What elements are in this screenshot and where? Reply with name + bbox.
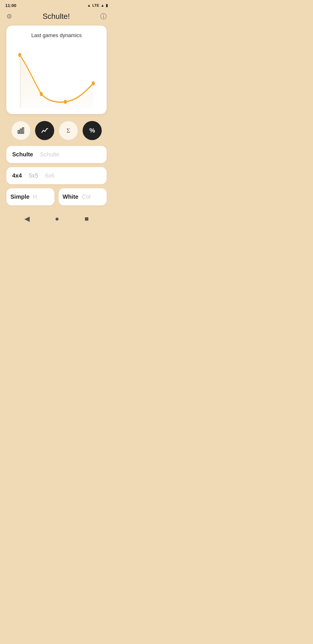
svg-point-2 xyxy=(64,100,67,104)
line-chart-tab[interactable] xyxy=(35,121,54,140)
bar-chart-tab[interactable] xyxy=(11,121,30,140)
recent-button[interactable]: ■ xyxy=(85,215,89,223)
svg-point-1 xyxy=(40,92,43,96)
svg-point-3 xyxy=(92,81,95,86)
battery-icon: ▮ xyxy=(106,3,108,8)
signal-icon: ▲ xyxy=(101,3,104,8)
home-button[interactable]: ● xyxy=(55,215,59,223)
svg-rect-4 xyxy=(20,55,21,108)
size-6x6[interactable]: 6x6 xyxy=(45,172,54,179)
info-icon[interactable]: ⓘ xyxy=(100,12,107,21)
tab-row: Σ % xyxy=(6,121,107,140)
chart-area xyxy=(12,44,101,108)
status-bar: 11:00 ▲ LTE ▲ ▮ xyxy=(0,0,113,10)
schulte-option-active[interactable]: Schulte xyxy=(12,151,33,158)
svg-rect-5 xyxy=(18,131,19,133)
simple-option[interactable]: Simple xyxy=(10,193,30,200)
mode-secondary-option[interactable]: H xyxy=(33,193,37,200)
mode-selectors: Simple H White Col xyxy=(6,188,107,205)
game-type-selector[interactable]: Schulte Schulte xyxy=(6,146,107,163)
percent-tab[interactable]: % xyxy=(83,121,102,140)
size-4x4[interactable]: 4x4 xyxy=(12,172,22,179)
status-icons: ▲ LTE ▲ ▮ xyxy=(87,3,108,8)
size-selector[interactable]: 4x4 5x5 6x6 xyxy=(6,167,107,184)
app-title: Schulte! xyxy=(43,12,70,21)
col-option[interactable]: Col xyxy=(82,193,90,200)
white-option[interactable]: White xyxy=(63,193,78,200)
color-selector[interactable]: White Col xyxy=(59,188,107,205)
chart-card: Last games dynamics xyxy=(6,26,107,114)
svg-rect-6 xyxy=(20,129,21,133)
sigma-tab[interactable]: Σ xyxy=(59,121,78,140)
svg-rect-7 xyxy=(22,128,23,133)
chart-title: Last games dynamics xyxy=(12,32,101,39)
lte-label: LTE xyxy=(92,3,99,8)
mode-type-selector[interactable]: Simple H xyxy=(6,188,54,205)
size-5x5[interactable]: 5x5 xyxy=(29,172,38,179)
time: 11:00 xyxy=(5,3,16,8)
wifi-icon: ▲ xyxy=(87,3,91,8)
nav-bar: ◀ ● ■ xyxy=(0,209,113,230)
header: ⚙ Schulte! ⓘ xyxy=(0,10,113,26)
schulte-option-secondary[interactable]: Schulte xyxy=(40,151,59,158)
settings-icon[interactable]: ⚙ xyxy=(6,13,12,20)
back-button[interactable]: ◀ xyxy=(24,215,30,223)
